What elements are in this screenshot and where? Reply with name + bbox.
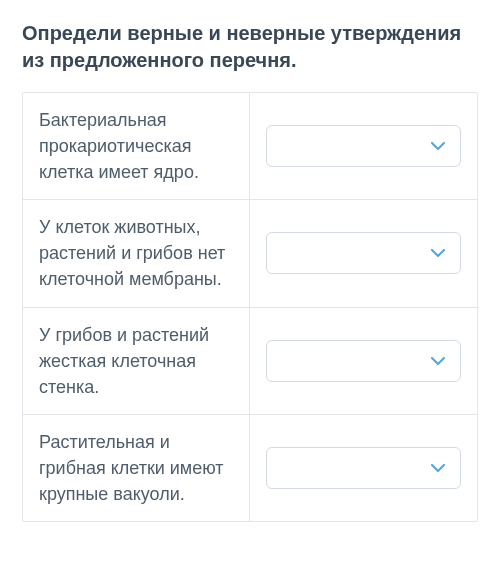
answer-dropdown[interactable] [266, 340, 461, 382]
answer-cell [250, 308, 477, 414]
answer-cell [250, 93, 477, 199]
question-title: Определи верные и неверные утверждения и… [22, 20, 478, 74]
statement-text: У грибов и растений жесткая клеточная ст… [23, 308, 250, 414]
answer-dropdown[interactable] [266, 447, 461, 489]
answer-cell [250, 200, 477, 306]
chevron-down-icon [430, 460, 446, 476]
chevron-down-icon [430, 353, 446, 369]
statement-text: У клеток животных, растений и грибов нет… [23, 200, 250, 306]
chevron-down-icon [430, 138, 446, 154]
answer-cell [250, 415, 477, 521]
answer-dropdown[interactable] [266, 125, 461, 167]
answer-dropdown[interactable] [266, 232, 461, 274]
table-row: Растительная и грибная клетки имеют круп… [23, 415, 477, 521]
table-row: У клеток животных, растений и грибов нет… [23, 200, 477, 307]
statements-table: Бактериальная прокариотическая клетка им… [22, 92, 478, 522]
table-row: У грибов и растений жесткая клеточная ст… [23, 308, 477, 415]
table-row: Бактериальная прокариотическая клетка им… [23, 93, 477, 200]
statement-text: Бактериальная прокариотическая клетка им… [23, 93, 250, 199]
chevron-down-icon [430, 245, 446, 261]
statement-text: Растительная и грибная клетки имеют круп… [23, 415, 250, 521]
